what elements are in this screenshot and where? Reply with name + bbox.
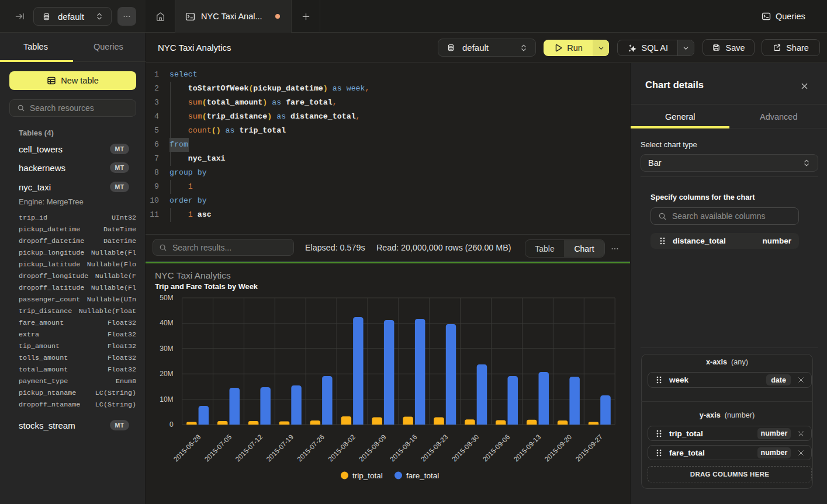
svg-text:0: 0: [169, 420, 174, 429]
svg-text:2015-08-23: 2015-08-23: [419, 433, 449, 463]
svg-text:2015-09-20: 2015-09-20: [543, 433, 573, 463]
svg-text:2015-08-02: 2015-08-02: [327, 433, 357, 463]
svg-text:fare_total: fare_total: [406, 471, 439, 480]
svg-text:2015-09-13: 2015-09-13: [512, 433, 542, 463]
svg-text:2015-08-16: 2015-08-16: [388, 433, 418, 463]
svg-text:2015-09-27: 2015-09-27: [574, 433, 604, 463]
svg-text:2015-06-28: 2015-06-28: [172, 433, 202, 463]
svg-text:trip_total: trip_total: [352, 471, 383, 480]
svg-text:30M: 30M: [160, 345, 173, 353]
svg-text:2015-07-12: 2015-07-12: [234, 433, 264, 463]
svg-text:40M: 40M: [160, 319, 173, 327]
svg-text:2015-07-26: 2015-07-26: [296, 433, 326, 463]
svg-text:10M: 10M: [160, 395, 173, 404]
svg-text:50M: 50M: [160, 294, 173, 302]
svg-text:2015-08-30: 2015-08-30: [450, 433, 480, 463]
svg-text:2015-08-09: 2015-08-09: [357, 433, 387, 463]
svg-text:2015-09-06: 2015-09-06: [481, 433, 511, 463]
svg-text:2015-07-05: 2015-07-05: [203, 433, 233, 463]
svg-text:20M: 20M: [160, 370, 173, 378]
svg-text:2015-07-19: 2015-07-19: [265, 433, 295, 463]
